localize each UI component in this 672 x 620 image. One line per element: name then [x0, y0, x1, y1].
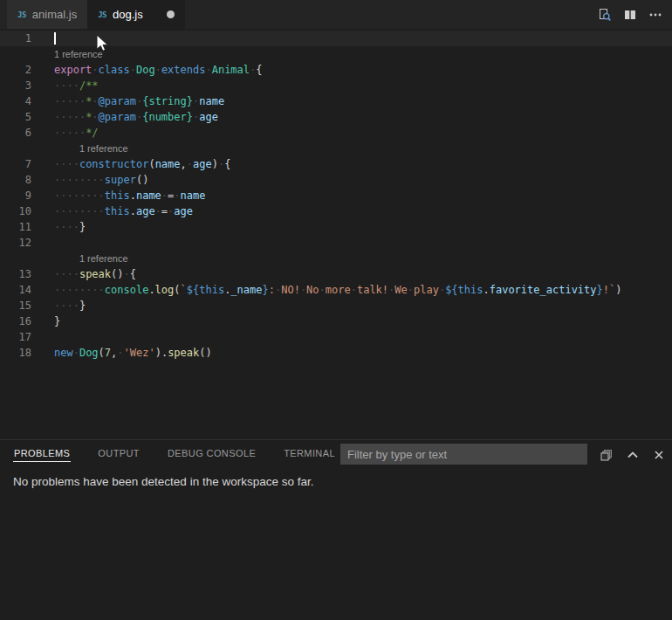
code-text: ········super() [54, 172, 148, 188]
bottom-panel: PROBLEMSOUTPUTDEBUG CONSOLETERMINAL [0, 439, 672, 620]
code-line-4[interactable]: 4·····*·@param·{string}·name [0, 93, 672, 109]
panel-tab-output[interactable]: OUTPUT [97, 440, 141, 461]
code-text: ····} [54, 298, 86, 313]
codelens-reference[interactable]: 1 reference [0, 251, 672, 266]
code-line-2[interactable]: 2export·class·Dog·extends·Animal·{ [0, 62, 672, 78]
codelens-reference[interactable]: 1 reference [0, 141, 672, 156]
panel-actions [597, 445, 669, 465]
tab-label: dog.js [113, 8, 143, 21]
line-number[interactable]: 5 [0, 109, 31, 125]
line-number[interactable]: 2 [0, 62, 31, 78]
problems-message: No problems have been detected in the wo… [13, 475, 313, 488]
panel-tab-terminal[interactable]: TERMINAL [283, 440, 336, 461]
code-text: new·Dog(7,·'Wez').speak() [54, 345, 212, 361]
code-line-15[interactable]: 15····} [0, 298, 672, 313]
code-text: ········this.age·=·age [54, 203, 193, 219]
text-cursor [54, 32, 56, 45]
code-line-12[interactable]: 12 [0, 235, 672, 251]
panel-tab-debug-console[interactable]: DEBUG CONSOLE [167, 440, 257, 461]
code-text: ·····*·@param·{string}·name [54, 93, 224, 109]
line-number[interactable]: 3 [0, 78, 31, 93]
maximize-panel-icon[interactable] [623, 445, 642, 465]
problems-filter-input[interactable] [340, 444, 587, 465]
modified-dot-icon[interactable] [167, 10, 175, 18]
editor-tabs: JSanimal.jsJSdog.js [7, 0, 185, 29]
line-number[interactable]: 16 [0, 313, 31, 329]
code-editor[interactable]: 11 reference2export·class·Dog·extends·An… [0, 29, 672, 439]
line-number[interactable]: 11 [0, 219, 31, 235]
code-text [54, 31, 56, 46]
code-line-5[interactable]: 5·····*·@param·{number}·age [0, 109, 672, 125]
line-number[interactable]: 8 [0, 172, 31, 188]
line-number[interactable]: 4 [0, 93, 31, 109]
code-line-18[interactable]: 18new·Dog(7,·'Wez').speak() [0, 345, 672, 361]
code-text: ········console.log(`${this._name}:·NO!·… [54, 282, 621, 298]
code-text: ····} [54, 219, 86, 235]
line-number[interactable]: 14 [0, 282, 31, 298]
editor-tab-dog.js[interactable]: JSdog.js [87, 0, 185, 29]
line-number[interactable]: 7 [0, 156, 31, 172]
code-line-9[interactable]: 9········this.name·=·name [0, 188, 672, 203]
line-number[interactable]: 15 [0, 298, 31, 313]
code-line-11[interactable]: 11····} [0, 219, 672, 235]
code-line-16[interactable]: 16} [0, 313, 672, 329]
line-number[interactable]: 1 [0, 31, 31, 46]
code-line-7[interactable]: 7····constructor(name,·age)·{ [0, 156, 672, 172]
vscode-window: JSanimal.jsJSdog.js [0, 0, 672, 620]
js-file-icon: JS [17, 10, 26, 19]
collapse-all-icon[interactable] [597, 445, 616, 465]
codelens-reference[interactable]: 1 reference [0, 46, 672, 62]
tab-label: animal.js [32, 8, 77, 21]
line-number[interactable]: 18 [0, 345, 31, 361]
code-line-17[interactable]: 17 [0, 329, 672, 345]
code-text: export·class·Dog·extends·Animal·{ [54, 62, 263, 78]
code-line-14[interactable]: 14········console.log(`${this._name}:·NO… [0, 282, 672, 298]
js-file-icon: JS [98, 10, 106, 19]
panel-header: PROBLEMSOUTPUTDEBUG CONSOLETERMINAL [0, 440, 672, 467]
code-text: ····constructor(name,·age)·{ [54, 156, 230, 172]
code-line-8[interactable]: 8········super() [0, 172, 672, 188]
code-line-13[interactable]: 13····speak()·{ [0, 266, 672, 282]
line-number[interactable]: 6 [0, 125, 31, 141]
code-line-6[interactable]: 6·····*/ [0, 125, 672, 141]
code-text: ····/** [54, 78, 99, 93]
close-panel-icon[interactable] [649, 445, 669, 465]
editor-tab-animal.js[interactable]: JSanimal.js [7, 0, 87, 29]
line-number[interactable]: 12 [0, 235, 31, 251]
editor-actions [595, 0, 672, 29]
panel-body: No problems have been detected in the wo… [0, 467, 672, 488]
code-text: } [54, 313, 60, 329]
open-preview-icon[interactable] [595, 5, 614, 24]
line-number[interactable]: 10 [0, 203, 31, 219]
line-number[interactable]: 9 [0, 188, 31, 203]
line-number[interactable]: 13 [0, 266, 31, 282]
code-text: ····speak()·{ [54, 266, 136, 282]
code-text: ········this.name·=·name [54, 188, 205, 203]
panel-tab-problems[interactable]: PROBLEMS [13, 440, 71, 462]
more-actions-icon[interactable] [646, 5, 665, 24]
code-line-3[interactable]: 3····/** [0, 78, 672, 93]
code-line-10[interactable]: 10········this.age·=·age [0, 203, 672, 219]
editor-tab-bar: JSanimal.jsJSdog.js [0, 0, 672, 29]
code-text: ·····*·@param·{number}·age [54, 109, 218, 125]
code-text: ·····*/ [54, 125, 99, 141]
line-number[interactable]: 17 [0, 329, 31, 345]
split-editor-icon[interactable] [621, 5, 640, 24]
code-line-1[interactable]: 1 [0, 31, 672, 46]
